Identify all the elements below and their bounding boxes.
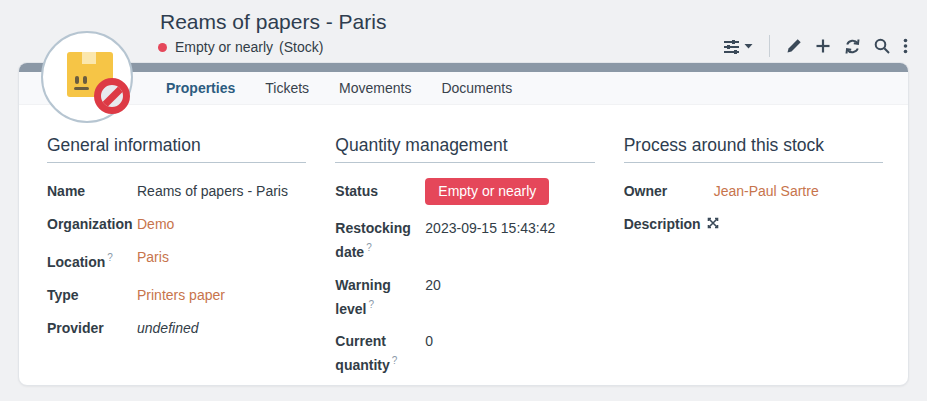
section-process-around-stock: Process around this stock Owner Jean-Pau…: [624, 135, 883, 389]
tab-properties[interactable]: Properties: [151, 72, 250, 105]
field-value: undefined: [137, 319, 306, 338]
field-label: Location?: [47, 248, 137, 272]
status-line: Empty or nearly (Stock): [158, 39, 323, 55]
location-link[interactable]: Paris: [137, 249, 169, 265]
help-marker: ?: [107, 252, 113, 263]
stock-card: Properties Tickets Movements Documents G…: [18, 62, 909, 386]
field-row-owner: Owner Jean-Paul Sartre: [624, 182, 883, 201]
tab-tickets[interactable]: Tickets: [250, 72, 324, 105]
field-label: Current quantity?: [335, 332, 425, 375]
organization-link[interactable]: Demo: [137, 216, 174, 232]
card-content: General information Name Reams of papers…: [19, 105, 908, 389]
field-value: 2023-09-15 15:43:42: [425, 219, 594, 262]
tab-documents[interactable]: Documents: [426, 72, 527, 105]
field-label: Status: [335, 182, 425, 205]
toolbar-divider: [769, 35, 770, 57]
field-value: 20: [425, 276, 594, 319]
field-row-current-quantity: Current quantity? 0: [335, 332, 594, 375]
field-row-name: Name Reams of papers - Paris: [47, 182, 306, 201]
section-quantity-management: Quantity management Status Empty or near…: [335, 135, 594, 389]
status-dot-icon: [158, 43, 167, 52]
owner-link[interactable]: Jean-Paul Sartre: [714, 183, 819, 199]
help-marker: ?: [368, 299, 374, 310]
page-title: Reams of papers - Paris: [160, 10, 386, 34]
pencil-icon: [786, 38, 802, 54]
plus-icon: [815, 38, 831, 54]
field-row-description: Description: [624, 215, 883, 234]
stock-avatar: [41, 31, 133, 123]
field-label: Name: [47, 182, 137, 201]
search-button[interactable]: [874, 38, 890, 54]
help-marker: ?: [392, 355, 398, 366]
kebab-menu-icon: [903, 38, 908, 54]
help-marker: ?: [366, 242, 372, 253]
section-general-information: General information Name Reams of papers…: [47, 135, 306, 389]
refresh-icon: [844, 38, 861, 55]
field-row-location: Location? Paris: [47, 248, 306, 272]
field-label: Type: [47, 286, 137, 305]
filter-button[interactable]: [723, 38, 753, 55]
more-menu-button[interactable]: [903, 38, 908, 54]
field-value: Reams of papers - Paris: [137, 182, 306, 201]
field-label: Warning level?: [335, 276, 425, 319]
field-label: Owner: [624, 182, 714, 201]
field-row-type: Type Printers paper: [47, 286, 306, 305]
section-title: Quantity management: [335, 135, 594, 163]
search-icon: [874, 38, 890, 54]
field-label: Provider: [47, 319, 137, 338]
expand-icon[interactable]: [707, 215, 719, 234]
caret-down-icon: [744, 43, 753, 49]
tab-movements[interactable]: Movements: [324, 72, 426, 105]
edit-button[interactable]: [786, 38, 802, 54]
toolbar: [723, 34, 908, 58]
type-link[interactable]: Printers paper: [137, 287, 225, 303]
field-row-provider: Provider undefined: [47, 319, 306, 338]
status-badge: Empty or nearly: [425, 178, 549, 205]
sliders-filter-icon: [723, 38, 740, 55]
status-suffix: (Stock): [279, 39, 323, 55]
field-row-restocking-date: Restocking date? 2023-09-15 15:43:42: [335, 219, 594, 262]
status-label: Empty or nearly: [175, 39, 273, 55]
field-row-organization: Organization Demo: [47, 215, 306, 234]
section-title: General information: [47, 135, 306, 163]
tab-bar: Properties Tickets Movements Documents: [19, 72, 908, 105]
add-button[interactable]: [815, 38, 831, 54]
field-label: Description: [624, 215, 883, 234]
field-row-status: Status Empty or nearly: [335, 182, 594, 205]
field-row-warning-level: Warning level? 20: [335, 276, 594, 319]
field-value: 0: [425, 332, 594, 375]
section-title: Process around this stock: [624, 135, 883, 163]
field-label: Restocking date?: [335, 219, 425, 262]
prohibition-icon: [94, 78, 130, 114]
field-label: Organization: [47, 215, 137, 234]
refresh-button[interactable]: [844, 38, 861, 55]
